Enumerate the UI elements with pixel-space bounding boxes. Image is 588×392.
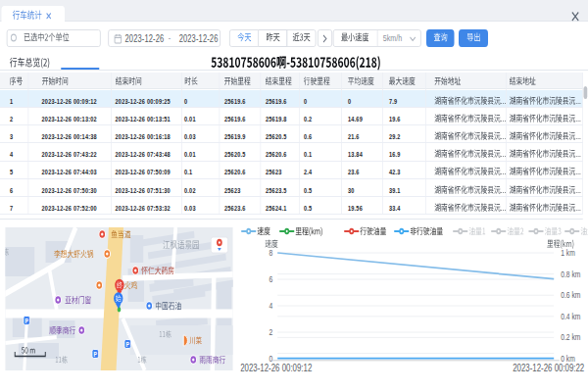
svg-text:2023-12-26 00:09:22: 2023-12-26 00:09:22 xyxy=(513,363,584,373)
svg-text:2023-12-26 00:09:12: 2023-12-26 00:09:12 xyxy=(240,363,312,373)
svg-text:0.2 km: 0.2 km xyxy=(561,332,581,342)
svg-text:P: P xyxy=(24,317,28,324)
svg-text:0.4 km: 0.4 km xyxy=(561,312,581,321)
svg-text:6: 6 xyxy=(269,274,272,284)
svg-text:8: 8 xyxy=(269,248,272,258)
svg-text:0.6 km: 0.6 km xyxy=(561,290,581,300)
svg-text:2: 2 xyxy=(269,327,272,337)
svg-text:1 km: 1 km xyxy=(561,248,575,258)
svg-text:P: P xyxy=(93,350,97,358)
svg-text:P: P xyxy=(125,340,129,348)
svg-text:0.8 km: 0.8 km xyxy=(561,270,581,279)
svg-text:4: 4 xyxy=(269,301,272,311)
